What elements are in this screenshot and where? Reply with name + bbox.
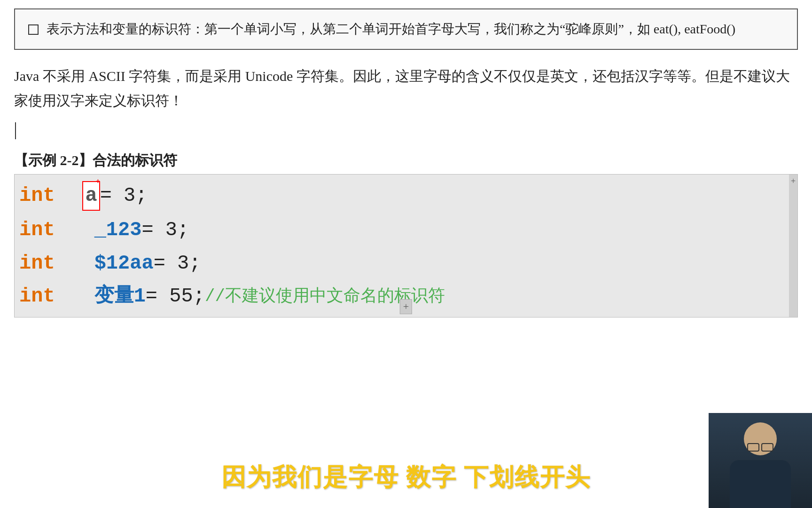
var-chinese: 变量1 bbox=[94, 283, 146, 310]
code-rest-2: = 3; bbox=[141, 216, 189, 244]
main-content: 表示方法和变量的标识符：第一个单词小写，从第二个单词开始首字母大写，我们称之为“… bbox=[0, 8, 812, 508]
code-container: int a = 3; int _123 = 3; int $12aa = 3; bbox=[14, 174, 798, 318]
scrollbar[interactable]: + bbox=[789, 175, 797, 317]
code-line-2: int _123 = 3; bbox=[19, 214, 783, 247]
keyword-int-2: int bbox=[19, 216, 57, 244]
top-note-text: 表示方法和变量的标识符：第一个单词小写，从第二个单词开始首字母大写，我们称之为“… bbox=[28, 18, 784, 40]
subtitle-bar: 因为我们是字母 数字 下划线开头 bbox=[0, 461, 812, 494]
code-line-3: int $12aa = 3; bbox=[19, 247, 783, 280]
top-note-content: 表示方法和变量的标识符：第一个单词小写，从第二个单词开始首字母大写，我们称之为“… bbox=[47, 22, 735, 36]
add-row-button[interactable]: + bbox=[400, 299, 412, 314]
keyword-int-1: int bbox=[19, 182, 57, 210]
text-cursor bbox=[15, 122, 16, 139]
speaker-glasses bbox=[746, 443, 774, 450]
keyword-int-4: int bbox=[19, 283, 57, 310]
code-inner: int a = 3; int _123 = 3; int $12aa = 3; bbox=[15, 175, 797, 317]
scroll-plus-icon[interactable]: + bbox=[791, 176, 796, 186]
code-rest-4: = 55; bbox=[146, 283, 205, 310]
subtitle-text: 因为我们是字母 数字 下划线开头 bbox=[221, 464, 591, 491]
example-title-text: 【示例 2-2】合法的标识符 bbox=[14, 152, 178, 168]
var-12aa: $12aa bbox=[94, 250, 154, 278]
paragraph-text: Java 不采用 ASCII 字符集，而是采用 Unicode 字符集。因此，这… bbox=[14, 68, 790, 109]
var-a-boxed: a bbox=[82, 181, 100, 211]
code-rest-3: = 3; bbox=[154, 250, 201, 278]
var-123: _123 bbox=[94, 216, 142, 244]
example-title: 【示例 2-2】合法的标识符 bbox=[0, 146, 812, 174]
speaker-head bbox=[744, 422, 777, 455]
code-rest-1: = 3; bbox=[100, 182, 148, 210]
code-line-1: int a = 3; bbox=[19, 178, 783, 214]
checkbox-icon bbox=[28, 24, 39, 35]
top-note-box: 表示方法和变量的标识符：第一个单词小写，从第二个单词开始首字母大写，我们称之为“… bbox=[14, 8, 798, 50]
keyword-int-3: int bbox=[19, 250, 57, 278]
paragraph-section: Java 不采用 ASCII 字符集，而是采用 Unicode 字符集。因此，这… bbox=[0, 50, 812, 147]
